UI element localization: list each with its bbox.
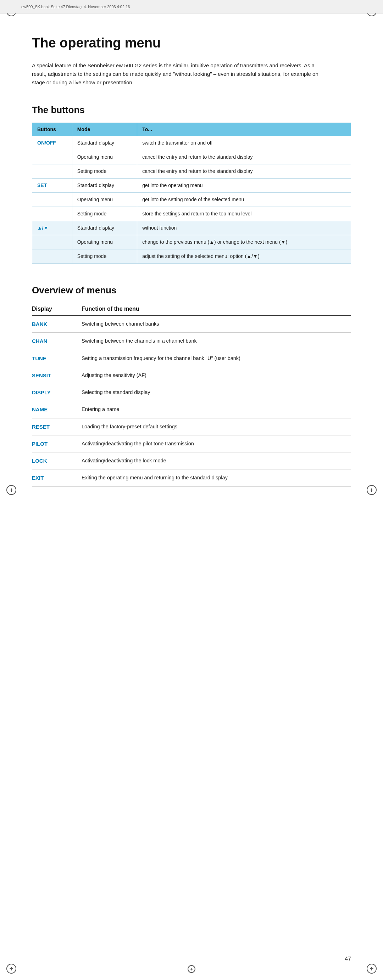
menu-display-label: CHAN xyxy=(32,332,81,350)
page: ew500_SK.book Seite 47 Dienstag, 4. Nove… xyxy=(0,0,383,980)
header-text: ew500_SK.book Seite 47 Dienstag, 4. Nove… xyxy=(21,5,130,9)
menu-function-text: Loading the factory-preset default setti… xyxy=(81,418,351,435)
action-cell: without function xyxy=(137,221,351,235)
menus-table: Display Function of the menu BANKSwitchi… xyxy=(32,303,351,487)
menu-display-label: EXIT xyxy=(32,469,81,487)
list-item: EXITExiting the operating menu and retur… xyxy=(32,469,351,487)
mode-cell: Standard display xyxy=(72,178,137,193)
action-cell: get into the setting mode of the selecte… xyxy=(137,193,351,207)
action-cell: get into the operating menu xyxy=(137,178,351,193)
menus-col-function: Function of the menu xyxy=(81,303,351,315)
menu-display-label: RESET xyxy=(32,418,81,435)
table-row: Setting mode store the settings and retu… xyxy=(32,207,351,221)
table-row: Operating menu change to the previous me… xyxy=(32,235,351,250)
mode-cell: Operating menu xyxy=(72,150,137,164)
action-cell: store the settings and return to the top… xyxy=(137,207,351,221)
corner-mark-br xyxy=(367,964,377,974)
action-cell: adjust the setting of the selected menu:… xyxy=(137,250,351,264)
menu-function-text: Adjusting the sensitivity (AF) xyxy=(81,367,351,384)
overview-section: Overview of menus Display Function of th… xyxy=(32,285,351,487)
mode-cell: Setting mode xyxy=(72,250,137,264)
menu-function-text: Selecting the standard display xyxy=(81,384,351,401)
buttons-section-title: The buttons xyxy=(32,105,351,116)
overview-section-title: Overview of menus xyxy=(32,285,351,296)
buttons-table: Buttons Mode To... ON/OFF Standard displ… xyxy=(32,123,351,264)
menu-function-text: Activating/deactivating the pilot tone t… xyxy=(81,435,351,452)
menu-function-text: Exiting the operating menu and returning… xyxy=(81,469,351,487)
menu-display-label: DISPLY xyxy=(32,384,81,401)
mode-cell: Operating menu xyxy=(72,193,137,207)
btn-cell-empty xyxy=(32,150,72,164)
list-item: CHANSwitching between the channels in a … xyxy=(32,332,351,350)
list-item: DISPLYSelecting the standard display xyxy=(32,384,351,401)
col-header-mode: Mode xyxy=(72,123,137,136)
btn-cell-empty xyxy=(32,207,72,221)
list-item: PILOTActivating/deactivating the pilot t… xyxy=(32,435,351,452)
header-bar: ew500_SK.book Seite 47 Dienstag, 4. Nove… xyxy=(0,0,383,13)
table-row: ON/OFF Standard display switch the trans… xyxy=(32,136,351,150)
list-item: SENSITAdjusting the sensitivity (AF) xyxy=(32,367,351,384)
menu-display-label: TUNE xyxy=(32,350,81,367)
mode-cell: Standard display xyxy=(72,221,137,235)
action-cell: switch the transmitter on and off xyxy=(137,136,351,150)
menu-function-text: Setting a transmission frequency for the… xyxy=(81,350,351,367)
menus-col-display: Display xyxy=(32,303,81,315)
menu-display-label: SENSIT xyxy=(32,367,81,384)
btn-cell-empty xyxy=(32,193,72,207)
mode-cell: Operating menu xyxy=(72,235,137,250)
page-number: 47 xyxy=(345,956,351,962)
list-item: BANKSwitching between channel banks xyxy=(32,315,351,332)
main-content: The operating menu A special feature of … xyxy=(32,29,351,487)
btn-cell-set: SET xyxy=(32,178,72,193)
table-row: Setting mode adjust the setting of the s… xyxy=(32,250,351,264)
menu-function-text: Switching between channel banks xyxy=(81,315,351,332)
btn-cell-onoff: ON/OFF xyxy=(32,136,72,150)
mode-cell: Standard display xyxy=(72,136,137,150)
list-item: NAMEEntering a name xyxy=(32,401,351,418)
table-row: Operating menu get into the setting mode… xyxy=(32,193,351,207)
intro-paragraph: A special feature of the Sennheiser ew 5… xyxy=(32,61,323,87)
btn-cell-triangles: ▲/▼ xyxy=(32,221,72,235)
table-row: Operating menu cancel the entry and retu… xyxy=(32,150,351,164)
col-header-to: To... xyxy=(137,123,351,136)
list-item: TUNESetting a transmission frequency for… xyxy=(32,350,351,367)
table-row: ▲/▼ Standard display without function xyxy=(32,221,351,235)
mode-cell: Setting mode xyxy=(72,207,137,221)
menu-display-label: PILOT xyxy=(32,435,81,452)
action-cell: change to the previous menu (▲) or chang… xyxy=(137,235,351,250)
table-row: Setting mode cancel the entry and return… xyxy=(32,164,351,178)
menu-display-label: BANK xyxy=(32,315,81,332)
menu-display-label: NAME xyxy=(32,401,81,418)
corner-mark-ml xyxy=(6,485,16,495)
btn-cell-empty xyxy=(32,164,72,178)
bottom-center-registration: + xyxy=(188,965,195,973)
table-row: SET Standard display get into the operat… xyxy=(32,178,351,193)
list-item: LOCKActivating/deactivating the lock mod… xyxy=(32,452,351,469)
action-cell: cancel the entry and return to the stand… xyxy=(137,164,351,178)
corner-mark-bl xyxy=(6,964,16,974)
menu-display-label: LOCK xyxy=(32,452,81,469)
menu-function-text: Entering a name xyxy=(81,401,351,418)
action-cell: cancel the entry and return to the stand… xyxy=(137,150,351,164)
col-header-buttons: Buttons xyxy=(32,123,72,136)
btn-cell-empty xyxy=(32,250,72,264)
mode-cell: Setting mode xyxy=(72,164,137,178)
list-item: RESETLoading the factory-preset default … xyxy=(32,418,351,435)
main-title: The operating menu xyxy=(32,35,351,51)
btn-cell-empty xyxy=(32,235,72,250)
menu-function-text: Switching between the channels in a chan… xyxy=(81,332,351,350)
menu-function-text: Activating/deactivating the lock mode xyxy=(81,452,351,469)
corner-mark-mr xyxy=(367,485,377,495)
